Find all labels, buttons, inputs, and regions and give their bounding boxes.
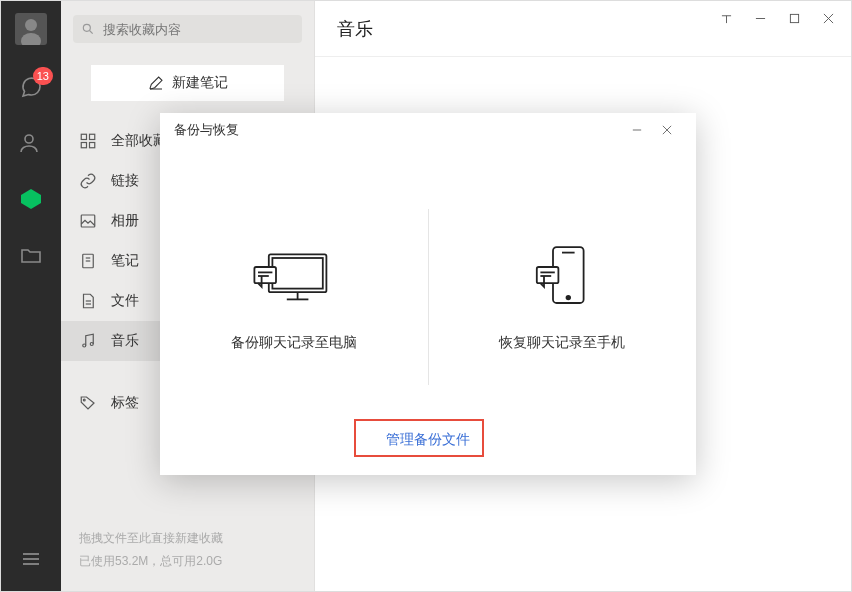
svg-rect-31 bbox=[272, 258, 322, 289]
chat-icon[interactable]: 13 bbox=[17, 73, 45, 101]
new-note-label: 新建笔记 bbox=[172, 74, 228, 92]
svg-point-20 bbox=[83, 399, 85, 401]
svg-rect-12 bbox=[81, 215, 95, 227]
sidebar-item-label: 标签 bbox=[111, 394, 139, 412]
page-title: 音乐 bbox=[337, 17, 373, 41]
svg-rect-9 bbox=[90, 134, 95, 139]
monitor-icon bbox=[249, 240, 339, 312]
manage-backup-link[interactable]: 管理备份文件 bbox=[376, 427, 480, 453]
phone-icon bbox=[517, 240, 607, 312]
dialog-minimize-button[interactable] bbox=[622, 117, 652, 143]
music-icon bbox=[79, 332, 97, 350]
svg-point-39 bbox=[567, 296, 571, 300]
sidebar-item-label: 相册 bbox=[111, 212, 139, 230]
menu-icon[interactable] bbox=[17, 545, 45, 573]
contacts-icon[interactable] bbox=[17, 129, 45, 157]
folder-icon[interactable] bbox=[17, 241, 45, 269]
footer-hint: 拖拽文件至此直接新建收藏 bbox=[79, 527, 296, 550]
svg-rect-30 bbox=[269, 254, 327, 292]
svg-point-19 bbox=[90, 343, 93, 346]
dialog-title: 备份与恢复 bbox=[174, 121, 239, 139]
search-icon bbox=[81, 22, 95, 36]
grid-icon bbox=[79, 132, 97, 150]
svg-marker-1 bbox=[21, 189, 41, 209]
avatar[interactable] bbox=[15, 13, 47, 45]
sidebar-item-label: 笔记 bbox=[111, 252, 139, 270]
close-button[interactable] bbox=[811, 4, 845, 32]
svg-point-0 bbox=[25, 135, 33, 143]
tag-icon bbox=[79, 394, 97, 412]
image-icon bbox=[79, 212, 97, 230]
sidebar-item-label: 全部收藏 bbox=[111, 132, 167, 150]
svg-rect-11 bbox=[90, 143, 95, 148]
chat-badge: 13 bbox=[33, 67, 53, 85]
svg-rect-10 bbox=[81, 143, 86, 148]
restore-to-phone-option[interactable]: 恢复聊天记录至手机 bbox=[428, 147, 696, 475]
new-note-button[interactable]: 新建笔记 bbox=[91, 65, 284, 101]
svg-point-5 bbox=[83, 24, 90, 31]
svg-point-18 bbox=[83, 344, 86, 347]
note-icon bbox=[79, 252, 97, 270]
file-icon bbox=[79, 292, 97, 310]
backup-restore-dialog: 备份与恢复 备份聊天记录至电脑 bbox=[160, 113, 696, 475]
backup-label: 备份聊天记录至电脑 bbox=[231, 334, 357, 352]
pencil-icon bbox=[148, 75, 164, 91]
sidebar-item-label: 文件 bbox=[111, 292, 139, 310]
minimize-button[interactable] bbox=[743, 4, 777, 32]
svg-line-6 bbox=[90, 31, 93, 34]
maximize-button[interactable] bbox=[777, 4, 811, 32]
svg-rect-8 bbox=[81, 134, 86, 139]
favorites-icon[interactable] bbox=[17, 185, 45, 213]
divider bbox=[428, 209, 429, 385]
backup-to-pc-option[interactable]: 备份聊天记录至电脑 bbox=[160, 147, 428, 475]
svg-rect-24 bbox=[790, 14, 798, 22]
search-input[interactable] bbox=[73, 15, 302, 43]
dialog-close-button[interactable] bbox=[652, 117, 682, 143]
pin-button[interactable] bbox=[709, 4, 743, 32]
sidebar-item-label: 音乐 bbox=[111, 332, 139, 350]
search-field[interactable] bbox=[101, 21, 294, 38]
footer-usage: 已使用53.2M，总可用2.0G bbox=[79, 550, 296, 573]
link-icon bbox=[79, 172, 97, 190]
sidebar-item-label: 链接 bbox=[111, 172, 139, 190]
restore-label: 恢复聊天记录至手机 bbox=[499, 334, 625, 352]
